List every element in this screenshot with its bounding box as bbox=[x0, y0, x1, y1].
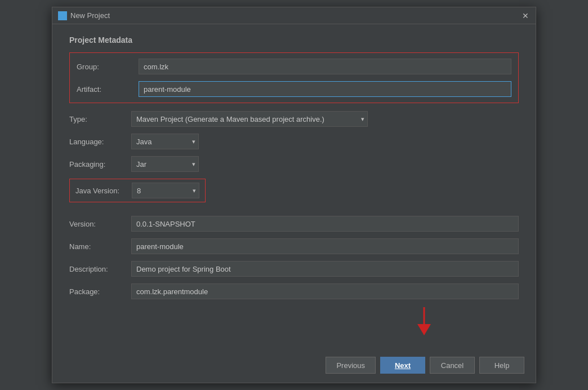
artifact-row: Artifact: bbox=[77, 81, 511, 97]
language-label: Language: bbox=[69, 138, 131, 146]
help-button[interactable]: Help bbox=[479, 357, 524, 374]
artifact-input[interactable] bbox=[139, 81, 511, 97]
language-select-wrapper: Java Kotlin Groovy bbox=[131, 134, 199, 149]
previous-button[interactable]: Previous bbox=[326, 357, 376, 374]
group-artifact-section: Group: Artifact: bbox=[69, 52, 519, 103]
name-label: Name: bbox=[69, 242, 131, 251]
title-bar: New Project ✕ bbox=[52, 7, 536, 24]
group-label: Group: bbox=[77, 63, 139, 71]
group-row: Group: bbox=[77, 59, 511, 74]
dialog-body: Project Metadata Group: Artifact: Type: … bbox=[52, 24, 536, 351]
svg-rect-0 bbox=[59, 12, 62, 15]
artifact-label: Artifact: bbox=[77, 85, 139, 94]
language-row: Language: Java Kotlin Groovy bbox=[69, 134, 519, 149]
svg-rect-3 bbox=[63, 16, 66, 19]
java-version-section: Java Version: 8 11 17 21 bbox=[69, 179, 206, 202]
section-title: Project Metadata bbox=[69, 36, 519, 45]
title-bar-left: New Project bbox=[58, 11, 110, 20]
description-input[interactable] bbox=[131, 261, 519, 277]
close-button[interactable]: ✕ bbox=[521, 11, 530, 20]
next-button[interactable]: Next bbox=[380, 357, 425, 374]
svg-marker-5 bbox=[417, 324, 431, 335]
red-arrow-icon bbox=[413, 306, 435, 337]
java-version-select[interactable]: 8 11 17 21 bbox=[132, 183, 199, 198]
package-input[interactable] bbox=[131, 283, 519, 299]
version-input[interactable] bbox=[131, 216, 519, 232]
name-row: Name: bbox=[69, 238, 519, 254]
description-row: Description: bbox=[69, 261, 519, 277]
arrow-container bbox=[69, 306, 519, 340]
java-version-label: Java Version: bbox=[75, 187, 132, 195]
type-select-wrapper: Maven Project (Generate a Maven based pr… bbox=[131, 111, 368, 127]
type-select[interactable]: Maven Project (Generate a Maven based pr… bbox=[131, 111, 368, 127]
svg-rect-2 bbox=[59, 16, 62, 19]
version-label: Version: bbox=[69, 220, 131, 228]
packaging-select-wrapper: Jar War bbox=[131, 156, 199, 172]
dialog-title: New Project bbox=[70, 11, 110, 20]
packaging-row: Packaging: Jar War bbox=[69, 156, 519, 172]
packaging-label: Packaging: bbox=[69, 160, 131, 169]
package-row: Package: bbox=[69, 283, 519, 299]
dialog-icon bbox=[58, 11, 67, 20]
name-input[interactable] bbox=[131, 238, 519, 254]
version-row: Version: bbox=[69, 216, 519, 232]
language-select[interactable]: Java Kotlin Groovy bbox=[131, 134, 199, 149]
new-project-dialog: New Project ✕ Project Metadata Group: Ar… bbox=[52, 7, 536, 383]
java-version-row: Java Version: 8 11 17 21 bbox=[69, 179, 519, 209]
java-version-select-wrapper: 8 11 17 21 bbox=[132, 183, 199, 198]
package-label: Package: bbox=[69, 287, 131, 296]
cancel-button[interactable]: Cancel bbox=[430, 357, 475, 374]
packaging-select[interactable]: Jar War bbox=[131, 156, 199, 172]
group-input[interactable] bbox=[139, 59, 511, 74]
dialog-footer: Previous Next Cancel Help bbox=[52, 351, 536, 383]
type-label: Type: bbox=[69, 115, 131, 123]
svg-rect-1 bbox=[63, 12, 66, 15]
description-label: Description: bbox=[69, 265, 131, 273]
type-row: Type: Maven Project (Generate a Maven ba… bbox=[69, 111, 519, 127]
